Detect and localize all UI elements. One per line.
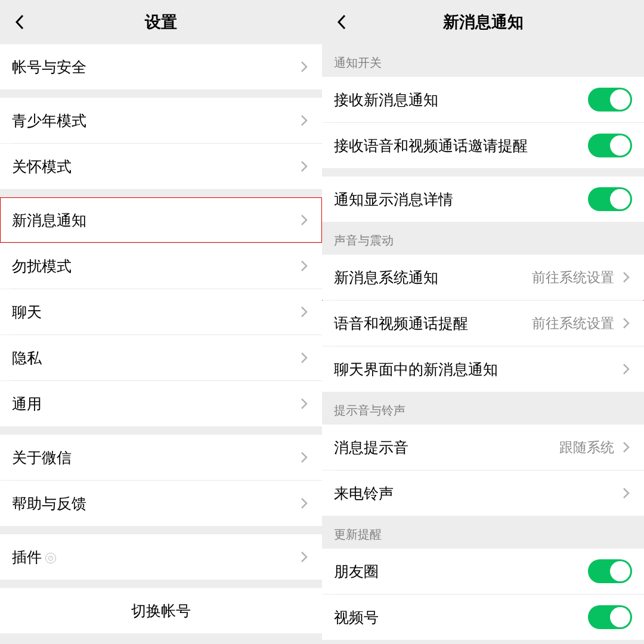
chevron-right-icon: [298, 306, 310, 318]
row-chats[interactable]: 聊天: [0, 289, 322, 335]
chevron-right-icon: [620, 271, 632, 283]
section-gap: [0, 89, 322, 98]
chevron-right-icon: [298, 61, 310, 73]
back-button[interactable]: [333, 13, 352, 32]
row-label: 隐私: [12, 348, 298, 368]
row-label: 接收新消息通知: [334, 90, 588, 110]
chevron-right-icon: [298, 451, 310, 463]
row-label: 插件⊙: [12, 547, 298, 567]
section-header-alert-ringtone: 提示音与铃声: [322, 392, 644, 425]
row-account-security[interactable]: 帐号与安全: [0, 44, 322, 89]
notifications-panel: 新消息通知 通知开关 接收新消息通知 接收语音和视频通话邀请提醒 通知显示消息详…: [322, 0, 644, 644]
section-header-update-reminder: 更新提醒: [322, 516, 644, 549]
chevron-right-icon: [298, 398, 310, 410]
row-plugins[interactable]: 插件⊙: [0, 534, 322, 580]
row-label: 勿扰模式: [12, 256, 298, 276]
chevron-right-icon: [620, 363, 632, 375]
chevron-right-icon: [620, 487, 632, 499]
row-label: 新消息通知: [12, 210, 298, 230]
section-gap: [0, 580, 322, 588]
row-label: 通用: [12, 394, 298, 414]
row-label: 消息提示音: [334, 438, 559, 457]
chevron-right-icon: [620, 441, 632, 453]
row-ringtone[interactable]: 来电铃声: [322, 470, 644, 516]
row-label: 朋友圈: [334, 562, 588, 581]
notifications-header: 新消息通知: [322, 0, 644, 44]
row-message-alert-tone[interactable]: 消息提示音 跟随系统: [322, 425, 644, 470]
toggle-switch[interactable]: [588, 187, 632, 211]
section-header-sound-vibration: 声音与震动: [322, 222, 644, 255]
chevron-right-icon: [298, 352, 310, 364]
section-gap: [322, 168, 644, 177]
back-button[interactable]: [11, 13, 30, 32]
row-about-wechat[interactable]: 关于微信: [0, 435, 322, 480]
row-label: 来电铃声: [334, 484, 620, 503]
row-privacy[interactable]: 隐私: [0, 335, 322, 380]
row-label: 帐号与安全: [12, 57, 298, 77]
row-label: 通知显示消息详情: [334, 190, 588, 209]
row-care-mode[interactable]: 关怀模式: [0, 144, 322, 189]
row-label: 聊天界面中的新消息通知: [334, 360, 620, 379]
row-label: 聊天: [12, 302, 298, 322]
switch-account-label: 切换帐号: [131, 601, 191, 621]
toggle-switch[interactable]: [588, 88, 632, 112]
row-system-notification-new-message[interactable]: 新消息系统通知 前往系统设置: [322, 255, 644, 300]
chevron-right-icon: [298, 497, 310, 509]
toggle-switch[interactable]: [588, 605, 632, 629]
chevron-right-icon: [298, 114, 310, 126]
section-header-notification-switch: 通知开关: [322, 44, 644, 77]
row-do-not-disturb[interactable]: 勿扰模式: [0, 243, 322, 289]
settings-header: 设置: [0, 0, 322, 44]
settings-panel: 设置 帐号与安全 青少年模式 关怀模式 新消息通知 勿扰模式: [0, 0, 322, 644]
section-gap: [0, 189, 322, 197]
row-channels[interactable]: 视频号: [322, 595, 644, 640]
section-gap: [0, 526, 322, 534]
row-value: 跟随系统: [559, 438, 614, 457]
row-label: 视频号: [334, 608, 588, 627]
row-label-text: 插件: [12, 549, 42, 565]
chevron-right-icon: [298, 160, 310, 172]
row-value: 前往系统设置: [532, 314, 614, 333]
row-show-message-detail[interactable]: 通知显示消息详情: [322, 177, 644, 222]
toggle-switch[interactable]: [588, 134, 632, 157]
settings-scroll[interactable]: 帐号与安全 青少年模式 关怀模式 新消息通知 勿扰模式 聊天: [0, 44, 322, 644]
chevron-right-icon: [298, 260, 310, 272]
page-title: 设置: [0, 11, 322, 33]
row-label: 语音和视频通话提醒: [334, 314, 532, 333]
row-label: 关怀模式: [12, 157, 298, 177]
row-label: 新消息系统通知: [334, 268, 532, 287]
row-moments[interactable]: 朋友圈: [322, 549, 644, 594]
row-label: 接收语音和视频通话邀请提醒: [334, 136, 588, 156]
row-label: 帮助与反馈: [12, 494, 298, 513]
row-value: 前往系统设置: [532, 268, 614, 287]
row-help-feedback[interactable]: 帮助与反馈: [0, 481, 322, 526]
toggle-switch[interactable]: [588, 559, 632, 583]
row-in-chat-new-message[interactable]: 聊天界面中的新消息通知: [322, 346, 644, 392]
row-label: 青少年模式: [12, 111, 298, 131]
section-gap: [0, 426, 322, 435]
row-voice-video-call-reminder[interactable]: 语音和视频通话提醒 前往系统设置: [322, 301, 644, 346]
section-gap: [0, 633, 322, 642]
page-title: 新消息通知: [322, 11, 644, 33]
row-receive-new-message[interactable]: 接收新消息通知: [322, 77, 644, 122]
row-receive-call-invite[interactable]: 接收语音和视频通话邀请提醒: [322, 123, 644, 168]
plugin-icon: ⊙: [45, 553, 56, 564]
chevron-right-icon: [620, 317, 632, 329]
highlighted-group: 新消息系统通知 前往系统设置 语音和视频通话提醒 前往系统设置: [322, 255, 644, 346]
row-youth-mode[interactable]: 青少年模式: [0, 98, 322, 143]
switch-account-button[interactable]: 切换帐号: [0, 588, 322, 633]
row-label: 关于微信: [12, 448, 298, 467]
chevron-right-icon: [298, 214, 310, 226]
row-general[interactable]: 通用: [0, 381, 322, 426]
chevron-right-icon: [298, 551, 310, 563]
notifications-scroll[interactable]: 通知开关 接收新消息通知 接收语音和视频通话邀请提醒 通知显示消息详情 声音与震…: [322, 44, 644, 644]
row-new-message-notifications[interactable]: 新消息通知: [0, 197, 322, 243]
